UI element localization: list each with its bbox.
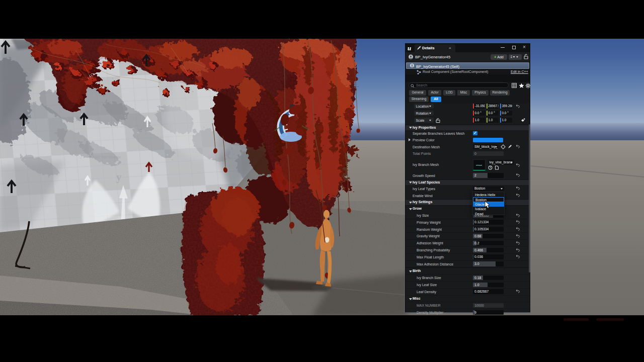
svg-text:y: y xyxy=(116,171,122,183)
